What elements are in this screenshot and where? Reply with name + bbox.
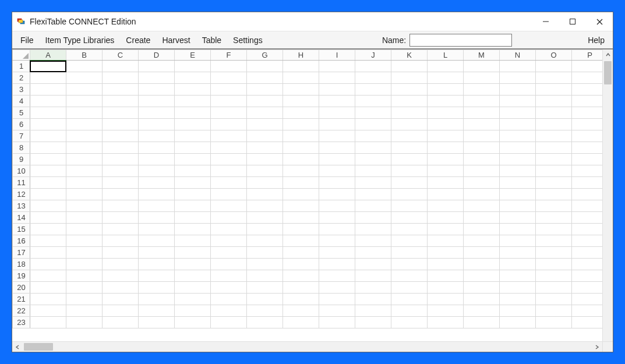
cell[interactable]	[536, 177, 572, 189]
cell[interactable]	[536, 235, 572, 247]
cell[interactable]	[355, 107, 391, 119]
cell[interactable]	[355, 165, 391, 177]
cell[interactable]	[319, 200, 355, 212]
row-header[interactable]: 3	[13, 84, 30, 96]
cell[interactable]	[283, 177, 319, 189]
cell[interactable]	[30, 212, 66, 224]
cell[interactable]	[175, 177, 211, 189]
cell[interactable]	[355, 154, 391, 165]
cell[interactable]	[464, 154, 500, 165]
cell[interactable]	[536, 130, 572, 142]
cell[interactable]	[464, 177, 500, 189]
cell[interactable]	[30, 165, 66, 177]
cell[interactable]	[572, 317, 603, 328]
cell[interactable]	[247, 305, 283, 317]
cell[interactable]	[500, 294, 536, 305]
cell[interactable]	[355, 177, 391, 189]
cell[interactable]	[572, 212, 603, 224]
cell[interactable]	[247, 259, 283, 270]
cell[interactable]	[30, 305, 66, 317]
cell[interactable]	[319, 142, 355, 154]
cell[interactable]	[30, 84, 66, 96]
cell[interactable]	[175, 61, 211, 72]
cell[interactable]	[391, 305, 428, 317]
cell[interactable]	[211, 282, 247, 294]
row-header[interactable]: 22	[13, 305, 30, 317]
cell[interactable]	[247, 212, 283, 224]
cell[interactable]	[391, 177, 428, 189]
cell[interactable]	[428, 282, 464, 294]
cell[interactable]	[175, 305, 211, 317]
cell[interactable]	[572, 107, 603, 119]
cell[interactable]	[175, 189, 211, 200]
cell[interactable]	[428, 189, 464, 200]
cell[interactable]	[247, 119, 283, 130]
cell[interactable]	[283, 259, 319, 270]
column-header[interactable]: G	[247, 50, 283, 61]
cell[interactable]	[211, 189, 247, 200]
cell[interactable]	[536, 270, 572, 282]
cell[interactable]	[500, 317, 536, 328]
menu-settings[interactable]: Settings	[227, 33, 269, 47]
cell[interactable]	[247, 154, 283, 165]
cell[interactable]	[428, 142, 464, 154]
cell[interactable]	[536, 294, 572, 305]
row-header[interactable]: 18	[13, 259, 30, 270]
cell[interactable]	[103, 96, 139, 107]
cell[interactable]	[283, 224, 319, 235]
cell[interactable]	[66, 189, 103, 200]
cell[interactable]	[500, 165, 536, 177]
cell[interactable]	[30, 270, 66, 282]
cell[interactable]	[103, 84, 139, 96]
cell[interactable]	[211, 235, 247, 247]
cell[interactable]	[391, 282, 428, 294]
cell[interactable]	[572, 282, 603, 294]
cell[interactable]	[103, 259, 139, 270]
cell[interactable]	[103, 294, 139, 305]
row-header[interactable]: 4	[13, 96, 30, 107]
cell[interactable]	[211, 130, 247, 142]
cell[interactable]	[319, 317, 355, 328]
row-header[interactable]: 10	[13, 165, 30, 177]
cell[interactable]	[355, 142, 391, 154]
horizontal-scrollbar[interactable]	[12, 341, 613, 352]
cell[interactable]	[428, 165, 464, 177]
row-header[interactable]: 15	[13, 224, 30, 235]
cell[interactable]	[319, 235, 355, 247]
cell[interactable]	[355, 317, 391, 328]
cell[interactable]	[500, 235, 536, 247]
cell[interactable]	[500, 177, 536, 189]
cell[interactable]	[464, 317, 500, 328]
row-header[interactable]: 14	[13, 212, 30, 224]
cell[interactable]	[500, 96, 536, 107]
row-header[interactable]: 20	[13, 282, 30, 294]
cell[interactable]	[66, 270, 103, 282]
cell[interactable]	[572, 165, 603, 177]
horizontal-scroll-track[interactable]	[23, 342, 592, 352]
scroll-left-arrow-icon[interactable]	[12, 342, 23, 352]
cell[interactable]	[572, 224, 603, 235]
scroll-up-arrow-icon[interactable]	[603, 50, 613, 60]
cell[interactable]	[175, 200, 211, 212]
cell[interactable]	[536, 72, 572, 84]
cell[interactable]	[319, 282, 355, 294]
cell[interactable]	[103, 247, 139, 259]
cell[interactable]	[391, 317, 428, 328]
cell[interactable]	[464, 200, 500, 212]
scroll-right-arrow-icon[interactable]	[592, 342, 602, 352]
cell[interactable]	[500, 84, 536, 96]
cell[interactable]	[319, 177, 355, 189]
column-header[interactable]: O	[536, 50, 572, 61]
cell[interactable]	[428, 84, 464, 96]
cell[interactable]	[66, 119, 103, 130]
cell[interactable]	[500, 200, 536, 212]
cell[interactable]	[572, 154, 603, 165]
cell[interactable]	[103, 61, 139, 72]
cell[interactable]	[355, 189, 391, 200]
cell[interactable]	[464, 96, 500, 107]
cell[interactable]	[536, 154, 572, 165]
cell[interactable]	[572, 84, 603, 96]
cell[interactable]	[319, 259, 355, 270]
cell[interactable]	[391, 212, 428, 224]
cell[interactable]	[500, 130, 536, 142]
